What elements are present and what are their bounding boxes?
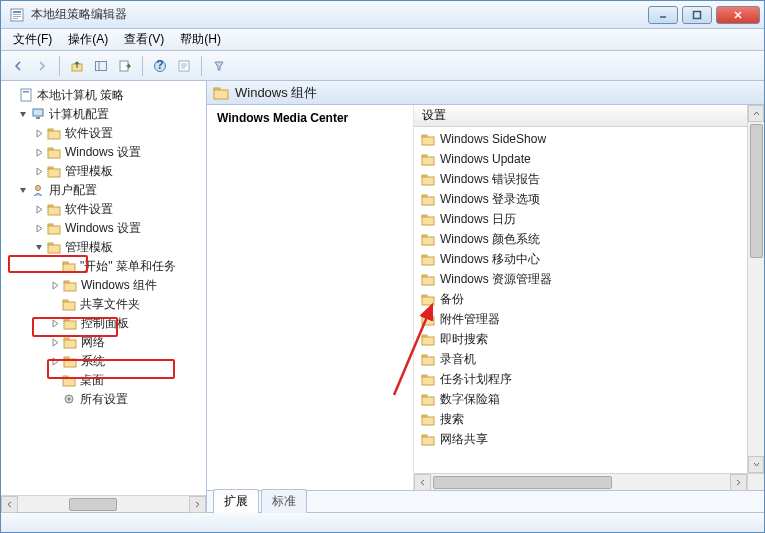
tree-label: Windows 设置	[65, 220, 141, 237]
expander-open-icon[interactable]	[17, 108, 29, 120]
help-button[interactable]: ?	[149, 55, 171, 77]
list-item[interactable]: 任务计划程序	[414, 369, 747, 389]
svg-rect-47	[63, 378, 75, 386]
scroll-thumb[interactable]	[433, 476, 612, 489]
list-item[interactable]: 搜索	[414, 409, 747, 429]
list-item-label: Windows 日历	[440, 211, 516, 228]
tree-desktop[interactable]: 桌面	[3, 371, 204, 389]
svg-rect-63	[422, 237, 434, 245]
expander-closed-icon[interactable]	[33, 146, 45, 158]
folder-icon	[420, 131, 436, 147]
tree-all-settings[interactable]: 所有设置	[3, 390, 204, 408]
folder-icon	[420, 151, 436, 167]
folder-icon	[46, 201, 62, 217]
tree-start-menu[interactable]: "开始" 菜单和任务	[3, 257, 204, 275]
nav-back-button[interactable]	[7, 55, 29, 77]
list-item[interactable]: Windows 日历	[414, 209, 747, 229]
tab-standard[interactable]: 标准	[261, 489, 307, 513]
list-item[interactable]: 附件管理器	[414, 309, 747, 329]
scroll-left-button[interactable]	[1, 496, 18, 513]
list-item[interactable]: Windows 资源管理器	[414, 269, 747, 289]
properties-button[interactable]	[173, 55, 195, 77]
show-hide-tree-button[interactable]	[90, 55, 112, 77]
tree-cc-software[interactable]: 软件设置	[3, 124, 204, 142]
tree-horizontal-scrollbar[interactable]	[1, 495, 206, 512]
folder-icon	[46, 220, 62, 236]
maximize-button[interactable]	[682, 6, 712, 24]
tree-root[interactable]: 本地计算机 策略	[3, 86, 204, 104]
tree-system[interactable]: 系统	[3, 352, 204, 370]
svg-rect-41	[64, 321, 76, 329]
expander-closed-icon[interactable]	[33, 127, 45, 139]
minimize-button[interactable]	[648, 6, 678, 24]
policy-tree[interactable]: 本地计算机 策略 计算机配置 软件设置 Windows 设置	[1, 81, 206, 495]
menu-view[interactable]: 查看(V)	[116, 28, 172, 51]
expander-closed-icon[interactable]	[33, 222, 45, 234]
tree-computer-config[interactable]: 计算机配置	[3, 105, 204, 123]
list-item[interactable]: 备份	[414, 289, 747, 309]
list-horizontal-scrollbar[interactable]	[414, 473, 747, 490]
list-item[interactable]: Windows 颜色系统	[414, 229, 747, 249]
tree-windows-components[interactable]: Windows 组件	[3, 276, 204, 294]
expander-closed-icon[interactable]	[49, 317, 61, 329]
menu-help[interactable]: 帮助(H)	[172, 28, 229, 51]
list-item[interactable]: 数字保险箱	[414, 389, 747, 409]
description-column: Windows Media Center	[207, 105, 413, 490]
folder-icon	[61, 372, 77, 388]
window-frame: 本地组策略编辑器 文件(F) 操作(A) 查看(V) 帮助(H) ?	[0, 0, 765, 533]
export-list-button[interactable]	[114, 55, 136, 77]
expander-closed-icon[interactable]	[33, 203, 45, 215]
list-item[interactable]: Windows SideShow	[414, 129, 747, 149]
filter-button[interactable]	[208, 55, 230, 77]
menubar: 文件(F) 操作(A) 查看(V) 帮助(H)	[1, 29, 764, 51]
expander-closed-icon[interactable]	[49, 355, 61, 367]
list-vertical-scrollbar[interactable]	[747, 105, 764, 473]
tree-cc-windows[interactable]: Windows 设置	[3, 143, 204, 161]
list-item[interactable]: Windows 移动中心	[414, 249, 747, 269]
toolbar: ?	[1, 51, 764, 81]
expander-closed-icon[interactable]	[49, 279, 61, 291]
expander-closed-icon[interactable]	[49, 336, 61, 348]
scroll-track[interactable]	[18, 496, 189, 513]
list-item[interactable]: 录音机	[414, 349, 747, 369]
tree-shared-folders[interactable]: 共享文件夹	[3, 295, 204, 313]
scroll-thumb[interactable]	[750, 124, 763, 258]
scroll-up-button[interactable]	[748, 105, 764, 122]
folder-icon	[62, 277, 78, 293]
tree-uc-software[interactable]: 软件设置	[3, 200, 204, 218]
nav-forward-button[interactable]	[31, 55, 53, 77]
tree-uc-templates[interactable]: 管理模板	[3, 238, 204, 256]
expander-open-icon[interactable]	[33, 241, 45, 253]
tree-label: 管理模板	[65, 239, 113, 256]
list-item[interactable]: Windows 错误报告	[414, 169, 747, 189]
tree-label: 管理模板	[65, 163, 113, 180]
expander-open-icon[interactable]	[17, 184, 29, 196]
list-item[interactable]: Windows 登录选项	[414, 189, 747, 209]
selected-item-title: Windows Media Center	[217, 111, 403, 125]
settings-list[interactable]: Windows SideShowWindows UpdateWindows 错误…	[414, 127, 747, 473]
scroll-left-button[interactable]	[414, 474, 431, 491]
menu-file[interactable]: 文件(F)	[5, 28, 60, 51]
close-button[interactable]	[716, 6, 760, 24]
tree-uc-windows[interactable]: Windows 设置	[3, 219, 204, 237]
list-item[interactable]: 网络共享	[414, 429, 747, 449]
scroll-track[interactable]	[431, 474, 730, 491]
tree-user-config[interactable]: 用户配置	[3, 181, 204, 199]
tree-control-panel[interactable]: 控制面板	[3, 314, 204, 332]
scroll-thumb[interactable]	[69, 498, 117, 511]
computer-icon	[30, 106, 46, 122]
list-item[interactable]: Windows Update	[414, 149, 747, 169]
tree-network[interactable]: 网络	[3, 333, 204, 351]
scroll-track[interactable]	[748, 122, 764, 456]
up-folder-button[interactable]	[66, 55, 88, 77]
scroll-right-button[interactable]	[189, 496, 206, 513]
scroll-down-button[interactable]	[748, 456, 764, 473]
list-column-header[interactable]: 设置	[414, 105, 747, 127]
list-item-label: Windows 错误报告	[440, 171, 540, 188]
menu-action[interactable]: 操作(A)	[60, 28, 116, 51]
tab-extended[interactable]: 扩展	[213, 489, 259, 513]
expander-closed-icon[interactable]	[33, 165, 45, 177]
list-item[interactable]: 即时搜索	[414, 329, 747, 349]
scroll-right-button[interactable]	[730, 474, 747, 491]
tree-cc-templates[interactable]: 管理模板	[3, 162, 204, 180]
